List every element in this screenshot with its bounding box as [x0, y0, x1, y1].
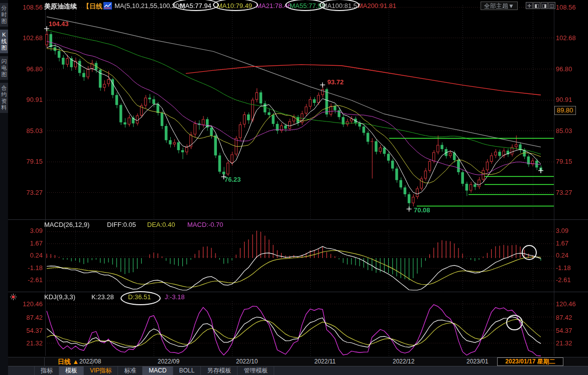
x-axis-date: 2022/08: [79, 358, 101, 365]
crosshair-icon[interactable]: ✛: [526, 2, 533, 9]
y-axis-label: 90.91: [17, 96, 43, 103]
annotation-low-sep: 76.23: [224, 176, 241, 183]
bottom-toolbar: 指标 模板 VIP指标 标准 MACD BOLL 另存模板 管理模板: [8, 366, 588, 375]
selected-date-box: 2023/01/17 星期二: [497, 357, 563, 366]
kdj-axis-label: 120.46: [17, 300, 43, 308]
date-axis-row: 日线 ▲ 2022/08 2022/09 2022/10 2022/11 202…: [8, 357, 588, 366]
scale-left-icon[interactable]: ◧: [533, 2, 540, 9]
annotation-low-dec: 70.08: [414, 206, 430, 214]
tab-save-template[interactable]: 另存模板: [201, 366, 238, 375]
x-axis-date: 2022/09: [158, 358, 179, 365]
macd-axis-label: -2.61: [556, 276, 571, 284]
macd-axis-label: -2.61: [17, 276, 43, 284]
kdj-axis-label: 21.32: [556, 339, 572, 347]
tab-indicators[interactable]: 指标: [34, 366, 59, 375]
macd-dea-value: DEA:0.40: [147, 221, 175, 228]
macd-axis-label: 0.24: [17, 252, 43, 259]
trading-terminal: { "header": { "symbol": "美原油连续", "period…: [0, 0, 588, 375]
sidebar-item-flash-chart[interactable]: 闪电图: [0, 56, 8, 80]
annotation-high-start: 104.43: [49, 20, 69, 28]
y-axis-label: 79.15: [556, 158, 572, 165]
kdj-j-value: J:-3.18: [165, 293, 185, 301]
tab-macd[interactable]: MACD: [143, 366, 173, 375]
y-axis-label: 79.15: [17, 158, 43, 165]
x-axis-date: 2022/11: [314, 358, 336, 365]
sidebar: 分时图 K线图 闪电图 合约资料: [0, 0, 8, 375]
y-axis-label: 90.91: [556, 96, 572, 103]
y-axis-label: 73.27: [556, 189, 572, 196]
y-axis-label: 108.56: [556, 4, 576, 11]
annotation-high-nov: 93.72: [327, 78, 344, 86]
y-axis-label: 102.68: [17, 34, 43, 42]
kdj-axis-label: 21.32: [17, 339, 43, 347]
macd-axis-label: 0.24: [556, 252, 568, 259]
ma200-value: MA200:91.81: [358, 2, 396, 10]
kdj-k-value: K:23.28: [91, 293, 114, 301]
macd-axis-label: 1.67: [17, 239, 43, 247]
kdj-axis-label: 54.37: [556, 327, 572, 334]
macd-axis-label: 3.09: [17, 227, 43, 234]
x-axis-date: 2023/01: [466, 358, 488, 365]
tab-manage-template[interactable]: 管理模板: [238, 366, 274, 375]
y-axis-label: 85.03: [17, 127, 43, 135]
kdj-axis-label: 87.42: [17, 314, 43, 321]
y-axis-label: 73.27: [17, 189, 43, 196]
theme-select-button[interactable]: 全部主题▼: [481, 2, 518, 10]
kdj-title[interactable]: KDJ(9,3,3): [44, 293, 75, 301]
tab-standard[interactable]: 标准: [118, 366, 143, 375]
kdj-axis-label: 54.37: [17, 327, 43, 334]
y-axis-label: 85.03: [556, 127, 572, 135]
macd-title[interactable]: MACD(26,12,9): [44, 221, 89, 228]
kdj-axis-label: 87.42: [556, 314, 572, 321]
annotation-circle-macd: [522, 245, 537, 260]
y-axis-label: 102.68: [556, 34, 576, 42]
macd-axis-label: -1.18: [556, 264, 571, 272]
macd-diff-value: DIFF:0.05: [107, 221, 136, 228]
sidebar-item-kline-chart[interactable]: K线图: [0, 30, 8, 53]
macd-axis-label: 1.67: [556, 239, 568, 247]
kdj-axis-label: 120.46: [556, 300, 576, 308]
symbol-name: 美原油连续: [44, 2, 77, 11]
macd-value: MACD:-0.70: [187, 221, 223, 228]
tab-templates[interactable]: 模板: [59, 366, 84, 375]
tab-vip-indicators[interactable]: VIP指标: [84, 366, 118, 375]
x-axis-date: 2022/10: [236, 358, 258, 365]
y-axis-label: 96.80: [556, 65, 572, 73]
tab-boll[interactable]: BOLL: [173, 366, 201, 375]
sidebar-item-contract-info[interactable]: 合约资料: [0, 83, 8, 113]
y-axis-label: 108.56: [17, 4, 43, 11]
macd-axis-label: 3.09: [556, 227, 568, 234]
y-axis-label: 96.80: [17, 65, 43, 73]
annotation-circle-kdj: [506, 315, 523, 330]
pane-expand-icon[interactable]: ◫: [548, 2, 555, 9]
scale-right-icon[interactable]: ◨: [541, 2, 548, 9]
macd-axis-label: -1.18: [17, 264, 43, 272]
x-axis-date: 2022/12: [393, 358, 414, 365]
annotation-circle-j-value: [121, 291, 161, 305]
chart-canvas[interactable]: [0, 0, 588, 357]
kline-icon: [103, 2, 112, 10]
sidebar-item-time-chart[interactable]: 分时图: [0, 3, 8, 27]
last-price-badge: 89.80: [554, 106, 576, 115]
indicator-settings-icon[interactable]: [10, 293, 17, 300]
